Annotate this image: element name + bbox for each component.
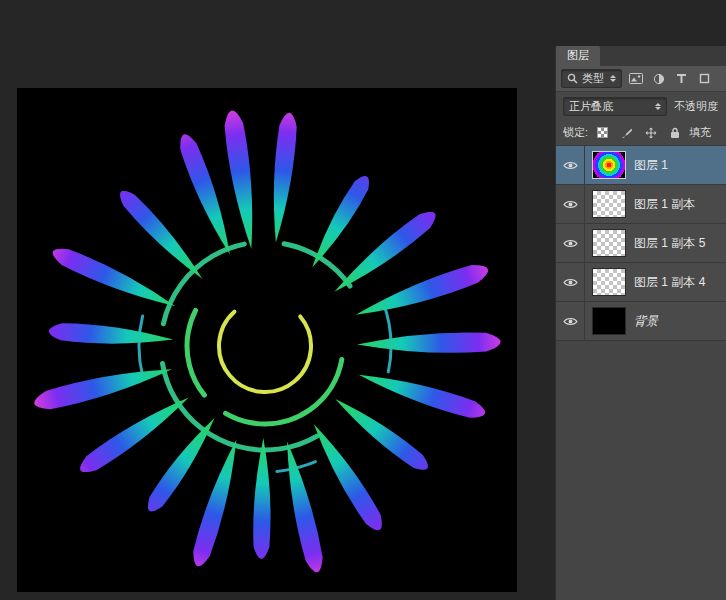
eye-icon <box>563 277 578 288</box>
layer-thumbnail[interactable] <box>592 229 626 257</box>
layer-thumbnail[interactable] <box>592 190 626 218</box>
layers-panel: 图层 类型 <box>555 46 726 600</box>
eye-icon <box>563 199 578 210</box>
eye-icon <box>563 316 578 327</box>
layer-row-5[interactable]: 背景 <box>556 302 726 341</box>
lock-position-button[interactable] <box>641 124 660 141</box>
layer-thumbnail[interactable] <box>592 151 626 179</box>
lock-icon <box>670 127 680 139</box>
layer-visibility-toggle[interactable] <box>556 146 585 184</box>
layer-row-2[interactable]: 图层 1 副本 <box>556 185 726 224</box>
type-T-icon <box>676 73 687 84</box>
opacity-label: 不透明度 <box>674 99 718 114</box>
lock-all-button[interactable] <box>665 124 684 141</box>
canvas-artwork <box>17 88 517 592</box>
square-icon <box>699 73 710 84</box>
blend-mode-value: 正片叠底 <box>569 99 613 114</box>
pixel-filter-button[interactable] <box>626 70 645 87</box>
eye-icon <box>563 238 578 249</box>
type-filter-button[interactable] <box>672 70 691 87</box>
lock-row: 锁定: 填充 <box>556 120 726 146</box>
blend-mode-row: 正片叠底 不透明度 <box>556 92 726 120</box>
blend-mode-select[interactable]: 正片叠底 <box>563 97 667 116</box>
panel-tab-bar: 图层 <box>556 46 726 66</box>
shape-filter-button[interactable] <box>695 70 714 87</box>
fill-label: 填充 <box>689 125 711 140</box>
layer-visibility-toggle[interactable] <box>556 263 585 301</box>
brush-icon <box>621 127 633 139</box>
layer-thumbnail[interactable] <box>592 307 626 335</box>
search-icon <box>567 73 578 84</box>
layer-filter-row: 类型 <box>556 66 726 92</box>
layer-list: 图层 1 图层 1 副本 图层 1 副本 5 图层 1 副本 4 背景 <box>556 146 726 341</box>
layer-visibility-toggle[interactable] <box>556 224 585 262</box>
layer-name: 图层 1 <box>634 157 668 174</box>
layer-name: 图层 1 副本 5 <box>634 235 705 252</box>
layer-visibility-toggle[interactable] <box>556 185 585 223</box>
layer-row-4[interactable]: 图层 1 副本 4 <box>556 263 726 302</box>
lock-pixels-button[interactable] <box>617 124 636 141</box>
layer-row-3[interactable]: 图层 1 副本 5 <box>556 224 726 263</box>
layer-thumbnail[interactable] <box>592 268 626 296</box>
transparency-checker-icon <box>597 127 608 138</box>
eye-icon <box>563 160 578 171</box>
document-canvas[interactable] <box>17 88 517 592</box>
tab-layers[interactable]: 图层 <box>556 46 600 66</box>
layer-name: 背景 <box>634 313 658 330</box>
lock-label: 锁定: <box>563 125 588 140</box>
adjustment-filter-button[interactable] <box>649 70 668 87</box>
image-icon <box>629 73 643 84</box>
layer-name: 图层 1 副本 4 <box>634 274 705 291</box>
layer-visibility-toggle[interactable] <box>556 302 585 340</box>
filter-type-select[interactable]: 类型 <box>561 69 622 88</box>
chevron-updown-icon <box>655 103 661 110</box>
filter-type-label: 类型 <box>582 71 604 86</box>
layer-row-1[interactable]: 图层 1 <box>556 146 726 185</box>
move-icon <box>645 127 657 139</box>
lock-transparency-button[interactable] <box>593 124 612 141</box>
half-circle-icon <box>653 73 665 85</box>
chevron-updown-icon <box>610 75 616 82</box>
layer-name: 图层 1 副本 <box>634 196 695 213</box>
